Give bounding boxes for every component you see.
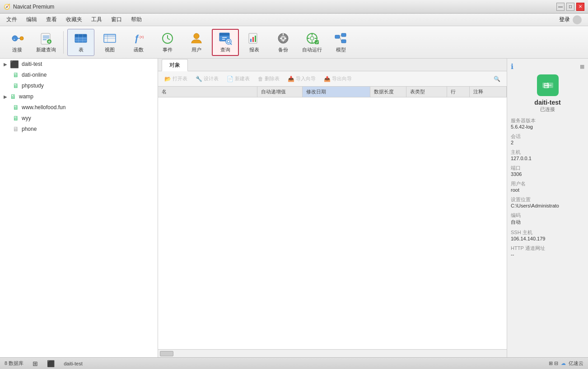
menubar: 文件 编辑 查看 收藏夹 工具 窗口 帮助 登录 bbox=[0, 14, 588, 26]
user-avatar bbox=[573, 15, 582, 24]
table-icon bbox=[74, 31, 88, 46]
svg-line-24 bbox=[168, 38, 170, 40]
svg-text:+: + bbox=[13, 37, 15, 42]
btn-import-wizard[interactable]: 📥 导入向导 bbox=[284, 74, 319, 83]
server-icon-phpstudy: 🖥 bbox=[13, 82, 19, 89]
col-table-type: 表类型 bbox=[406, 87, 447, 97]
model-label: 模型 bbox=[336, 46, 346, 53]
btn-delete-table[interactable]: 🗑 删除表 bbox=[254, 74, 283, 83]
sidebar-label-wyy: wyy bbox=[22, 115, 31, 121]
svg-rect-34 bbox=[250, 39, 252, 42]
server-icon-wamp: 🖥 bbox=[10, 93, 16, 100]
info-value-encoding: 自动 bbox=[511, 219, 584, 226]
server-panel-status: 已连接 bbox=[511, 106, 584, 113]
menu-edit[interactable]: 编辑 bbox=[22, 14, 42, 25]
sidebar-item-phone[interactable]: 🖥 phone bbox=[0, 124, 158, 134]
toolbar-user[interactable]: 用户 bbox=[183, 29, 210, 56]
toolbar-event[interactable]: 事件 bbox=[154, 29, 181, 56]
svg-rect-27 bbox=[219, 33, 229, 36]
menu-window[interactable]: 窗口 bbox=[107, 14, 126, 25]
toolbar-table[interactable]: 表 bbox=[67, 29, 94, 56]
info-ssh-host: SSH 主机 106.14.140.179 bbox=[511, 229, 584, 241]
info-label-session: 会话 bbox=[511, 133, 584, 140]
btn-import-wizard-label: 导入向导 bbox=[296, 75, 316, 82]
minimize-button[interactable]: — bbox=[556, 3, 565, 11]
btn-design-table[interactable]: 🔧 设计表 bbox=[192, 74, 222, 83]
btn-export-wizard-label: 导出向导 bbox=[332, 75, 352, 82]
btn-open-table[interactable]: 📂 打开表 bbox=[161, 74, 191, 83]
expand-arrow-daiti-test: ▶ bbox=[4, 62, 7, 67]
object-tabs: 对象 bbox=[158, 59, 507, 71]
toolbar-autorun[interactable]: ✓ 自动运行 bbox=[299, 29, 326, 56]
sidebar-item-wamp[interactable]: ▶ 🖥 wamp bbox=[0, 91, 158, 102]
info-label-http-url: HTTP 通道网址 bbox=[511, 245, 584, 252]
info-port: 端口 3306 bbox=[511, 165, 584, 177]
sidebar-item-daiti-test[interactable]: ▶ ⬛ daiti-test bbox=[0, 59, 158, 69]
btn-export-wizard[interactable]: 📤 导出向导 bbox=[320, 74, 355, 83]
server-icon-hellofood: 🖥 bbox=[13, 104, 19, 111]
toolbar-connect[interactable]: + 连接 bbox=[4, 29, 31, 56]
menu-file[interactable]: 文件 bbox=[2, 14, 22, 25]
main-layout: ▶ ⬛ daiti-test 🖥 dati-online 🖥 phpstudy … bbox=[0, 59, 588, 357]
tab-object[interactable]: 对象 bbox=[162, 59, 188, 71]
table-header: 名 自动递增值 修改日期 数据长度 表类型 行 注释 bbox=[158, 87, 507, 97]
info-server-version: 服务器版本 5.6.42-log bbox=[511, 117, 584, 129]
horizontal-scrollbar[interactable] bbox=[158, 349, 507, 357]
login-button[interactable]: 登录 bbox=[559, 16, 570, 23]
open-table-icon: 📂 bbox=[164, 76, 171, 82]
statusbar-connection-icon: ⬛ bbox=[47, 360, 55, 367]
menu-view[interactable]: 查看 bbox=[42, 14, 61, 25]
statusbar-grid-btn[interactable]: ⊞ ⊟ bbox=[549, 360, 558, 366]
svg-text:⊟: ⊟ bbox=[543, 82, 549, 89]
svg-rect-49 bbox=[341, 33, 346, 37]
app-icon: 🧭 bbox=[4, 4, 10, 10]
scrollbar-thumb[interactable] bbox=[160, 351, 173, 356]
report-icon bbox=[247, 31, 261, 46]
statusbar-connection-label: daiti-test bbox=[64, 361, 83, 366]
toolbar-function[interactable]: ƒ (x) 函数 bbox=[125, 29, 152, 56]
info-label-username: 用户名 bbox=[511, 180, 584, 187]
close-button[interactable]: ✕ bbox=[576, 3, 584, 11]
svg-line-51 bbox=[340, 35, 341, 37]
autorun-label: 自动运行 bbox=[302, 46, 322, 53]
toolbar-backup[interactable]: 备份 bbox=[270, 29, 297, 56]
statusbar-left: 8 数据库 ⊞ ⬛ daiti-test bbox=[5, 360, 83, 367]
new-table-icon: 📄 bbox=[227, 76, 233, 82]
info-host: 主机 127.0.0.1 bbox=[511, 149, 584, 161]
report-label: 报表 bbox=[249, 46, 259, 53]
toolbar-view[interactable]: 视图 bbox=[96, 29, 123, 56]
object-toolbar: 📂 打开表 🔧 设计表 📄 新建表 🗑 删除表 📥 导入向导 📤 导出向 bbox=[158, 71, 507, 87]
app-title: 🧭 Navicat Premium bbox=[4, 4, 54, 10]
sidebar-item-dati-online[interactable]: 🖥 dati-online bbox=[0, 69, 158, 80]
info-label-ssh-host: SSH 主机 bbox=[511, 229, 584, 236]
col-name: 名 bbox=[158, 87, 257, 97]
server-icon-phone: 🖥 bbox=[13, 125, 19, 133]
toolbar-new-query[interactable]: + 新建查询 bbox=[33, 29, 60, 56]
btn-open-table-label: 打开表 bbox=[173, 75, 187, 82]
toolbar-query[interactable]: 查询 bbox=[212, 29, 239, 56]
info-label-server-version: 服务器版本 bbox=[511, 117, 584, 124]
col-modified[interactable]: 修改日期 bbox=[303, 87, 370, 97]
sidebar-item-hellofood[interactable]: 🖥 www.hellofood.fun bbox=[0, 102, 158, 113]
search-button[interactable]: 🔍 bbox=[490, 74, 504, 84]
menu-tools[interactable]: 工具 bbox=[87, 14, 107, 25]
toolbar-report[interactable]: 报表 bbox=[241, 29, 268, 56]
backup-label: 备份 bbox=[278, 46, 288, 53]
menu-help[interactable]: 帮助 bbox=[126, 14, 146, 25]
svg-line-52 bbox=[340, 37, 341, 42]
toolbar-model[interactable]: 模型 bbox=[327, 29, 355, 56]
maximize-button[interactable]: □ bbox=[566, 3, 574, 11]
sidebar-item-wyy[interactable]: 🖥 wyy bbox=[0, 113, 158, 124]
toolbar-divider-1 bbox=[63, 31, 64, 54]
btn-new-table[interactable]: 📄 新建表 bbox=[223, 74, 253, 83]
sidebar: ▶ ⬛ daiti-test 🖥 dati-online 🖥 phpstudy … bbox=[0, 59, 158, 357]
view-label: 视图 bbox=[105, 46, 115, 53]
sidebar-item-phpstudy[interactable]: 🖥 phpstudy bbox=[0, 80, 158, 91]
sidebar-label-dati-online: dati-online bbox=[22, 72, 47, 78]
panel-header: ℹ ▦ bbox=[511, 62, 584, 71]
statusbar-db-count: 8 数据库 bbox=[5, 360, 23, 367]
function-label: 函数 bbox=[134, 46, 144, 53]
menu-favorites[interactable]: 收藏夹 bbox=[61, 14, 87, 25]
window-controls: — □ ✕ bbox=[556, 3, 584, 11]
info-label-settings-path: 设置位置 bbox=[511, 196, 584, 203]
